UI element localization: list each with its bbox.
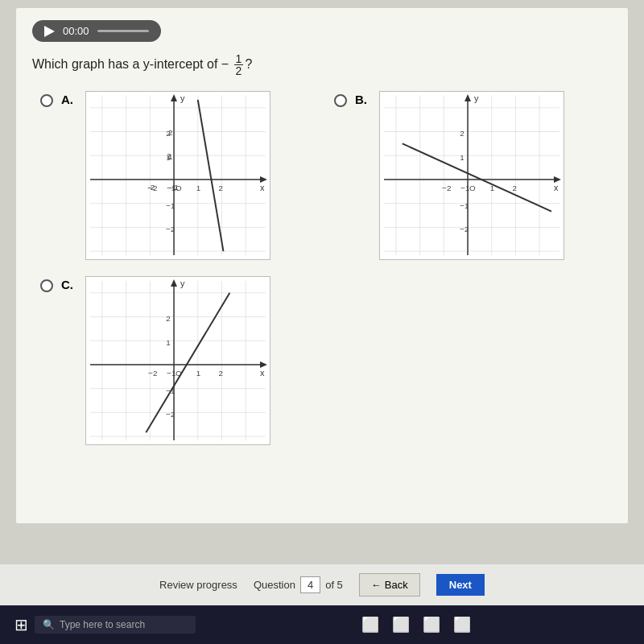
svg-text:1: 1 bbox=[166, 338, 171, 347]
svg-text:−2: −2 bbox=[166, 410, 175, 419]
graph-b: y x −2 −1 O 1 2 1 2 −1 −2 bbox=[379, 91, 564, 260]
graph-c-svg: y x −2 −1 O 1 2 1 2 −1 −2 bbox=[86, 277, 270, 444]
svg-line-35 bbox=[198, 100, 224, 251]
svg-text:y: y bbox=[180, 93, 185, 103]
svg-text:x: x bbox=[260, 368, 265, 378]
taskbar: ⊞ 🔍 Type here to search ⬜ ⬜ ⬜ ⬜ bbox=[0, 605, 644, 644]
svg-text:2: 2 bbox=[219, 369, 224, 378]
task-icon-1[interactable]: ⬜ bbox=[358, 613, 382, 637]
radio-c[interactable] bbox=[40, 279, 53, 292]
svg-text:2: 2 bbox=[219, 184, 224, 192]
graph-c: y x −2 −1 O 1 2 1 2 −1 −2 bbox=[85, 276, 270, 445]
radio-a[interactable] bbox=[40, 94, 53, 107]
review-progress-button[interactable]: Review progress bbox=[159, 579, 237, 591]
back-button[interactable]: ← Back bbox=[359, 573, 420, 597]
svg-text:−1: −1 bbox=[166, 201, 175, 210]
svg-text:−2: −2 bbox=[460, 225, 469, 233]
svg-text:O: O bbox=[175, 184, 182, 192]
main-content: 00:00 Which graph has a y-intercept of −… bbox=[16, 8, 628, 523]
graph-a: y x -2 -1 -1 −2 −1 O 1 2 2 2 1 2 bbox=[85, 91, 270, 260]
fraction: 12 bbox=[234, 53, 244, 76]
progress-track[interactable] bbox=[97, 30, 149, 32]
question-navigation: Question 4 of 5 bbox=[254, 576, 343, 593]
task-icon-2[interactable]: ⬜ bbox=[389, 613, 413, 637]
svg-marker-16 bbox=[171, 94, 177, 101]
next-button[interactable]: Next bbox=[436, 574, 485, 596]
question-text: Which graph has a y-intercept of − 12? bbox=[32, 53, 612, 76]
svg-text:−2: −2 bbox=[148, 184, 157, 192]
svg-text:2: 2 bbox=[166, 314, 171, 323]
quiz-nav-bar: Review progress Question 4 of 5 ← Back N… bbox=[0, 564, 644, 605]
question-label: Question bbox=[254, 579, 295, 591]
play-button[interactable] bbox=[44, 26, 55, 37]
options-grid: A. bbox=[32, 91, 612, 445]
graph-a-svg: y x -2 -1 -1 −2 −1 O 1 2 2 2 1 2 bbox=[86, 92, 270, 259]
svg-text:2: 2 bbox=[460, 129, 464, 138]
svg-marker-83 bbox=[260, 361, 267, 368]
svg-text:1: 1 bbox=[196, 369, 201, 378]
svg-text:y: y bbox=[180, 279, 185, 288]
radio-b[interactable] bbox=[334, 94, 347, 107]
svg-marker-17 bbox=[260, 176, 267, 183]
option-b[interactable]: B. bbox=[334, 91, 604, 260]
task-icon-4[interactable]: ⬜ bbox=[450, 613, 474, 637]
option-a-label: A. bbox=[61, 93, 73, 106]
taskbar-icons: ⬜ ⬜ ⬜ ⬜ bbox=[358, 613, 474, 637]
svg-text:−1: −1 bbox=[460, 201, 469, 210]
task-icon-3[interactable]: ⬜ bbox=[419, 613, 444, 637]
svg-text:y: y bbox=[474, 93, 479, 103]
search-placeholder: Type here to search bbox=[60, 619, 145, 630]
back-arrow-icon: ← bbox=[371, 579, 382, 591]
svg-line-95 bbox=[146, 293, 229, 432]
option-a[interactable]: A. bbox=[40, 91, 310, 260]
svg-text:−2: −2 bbox=[442, 184, 451, 192]
option-c[interactable]: C. bbox=[40, 276, 310, 445]
svg-text:x: x bbox=[260, 183, 265, 192]
svg-text:x: x bbox=[554, 183, 559, 192]
audio-player[interactable]: 00:00 bbox=[32, 20, 161, 42]
svg-text:O: O bbox=[469, 184, 476, 192]
svg-marker-52 bbox=[464, 94, 471, 101]
of-label: of 5 bbox=[325, 579, 343, 591]
search-icon: 🔍 bbox=[43, 619, 55, 630]
graph-b-svg: y x −2 −1 O 1 2 1 2 −1 −2 bbox=[380, 92, 564, 259]
svg-text:−2: −2 bbox=[166, 225, 175, 233]
svg-text:1: 1 bbox=[460, 153, 464, 162]
time-display: 00:00 bbox=[63, 25, 89, 37]
svg-text:1: 1 bbox=[166, 153, 171, 162]
svg-marker-82 bbox=[171, 279, 177, 287]
start-button[interactable]: ⊞ bbox=[8, 612, 35, 638]
svg-text:2: 2 bbox=[513, 184, 518, 192]
svg-text:1: 1 bbox=[196, 184, 201, 192]
option-b-label: B. bbox=[355, 93, 367, 106]
svg-text:−2: −2 bbox=[148, 369, 157, 378]
option-c-label: C. bbox=[61, 278, 73, 291]
svg-line-65 bbox=[402, 143, 551, 211]
svg-marker-53 bbox=[554, 176, 561, 183]
svg-text:2: 2 bbox=[166, 129, 171, 138]
search-bar[interactable]: 🔍 Type here to search bbox=[35, 616, 196, 634]
question-number: 4 bbox=[300, 576, 320, 593]
